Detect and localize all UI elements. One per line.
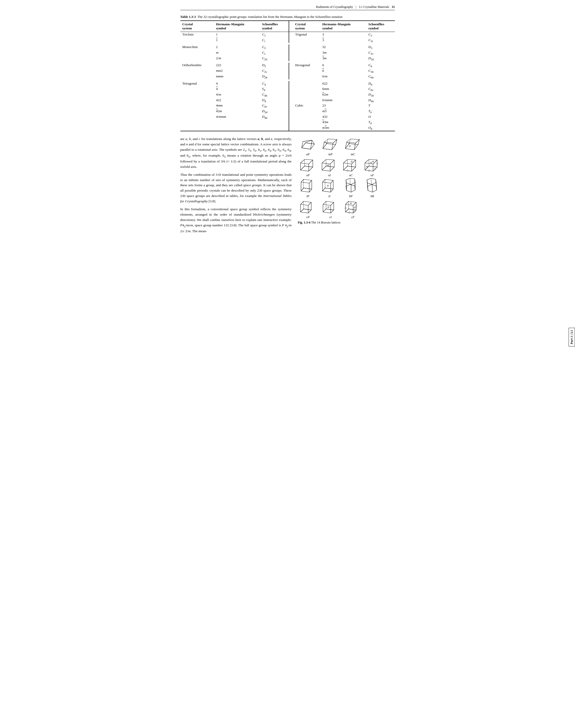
table-row: 4mm C4v Cubic 23 T xyxy=(180,103,395,109)
cell-hm2: 6mm xyxy=(320,86,366,92)
fig-hP: hP xyxy=(341,178,361,198)
svg-line-49 xyxy=(326,160,334,160)
svg-marker-7 xyxy=(323,144,336,150)
svg-line-74 xyxy=(369,160,377,160)
cell-system2: Hexagonal xyxy=(293,63,320,68)
col-header-sch-2: Schoenfliessymbol xyxy=(366,21,395,32)
cell-sch: D4h xyxy=(260,114,289,120)
fig-tP: tP xyxy=(298,178,318,198)
svg-point-30 xyxy=(354,144,356,145)
cell-hm: 222 xyxy=(214,63,260,68)
page-number: 31 xyxy=(392,5,395,9)
cell-hm: 4/m xyxy=(214,92,260,98)
cell-hm: 422 xyxy=(214,98,260,103)
svg-marker-54 xyxy=(343,166,356,171)
cell-hm: 2 xyxy=(214,44,260,50)
svg-line-150 xyxy=(345,204,353,205)
cell-sch: Ci xyxy=(260,38,289,43)
cell-sch2: C3 xyxy=(366,32,395,38)
svg-line-48 xyxy=(322,160,326,163)
fig-oP-label: oP xyxy=(306,173,310,177)
paragraph-1: are a, b, and c for translations along t… xyxy=(180,136,292,170)
fig-oP: oP xyxy=(298,158,318,177)
cell-system: Monoclinic xyxy=(180,44,214,50)
col-header-divider xyxy=(289,21,293,32)
cell-sch: C1 xyxy=(260,32,289,38)
cell-hm: 4 xyxy=(214,86,260,92)
fig-aP: aP xyxy=(298,136,318,156)
fig-oI-label: oI xyxy=(328,173,331,177)
paragraph-2: Thus the combination of 3-D translationa… xyxy=(180,172,292,204)
cell-sch: Cs xyxy=(260,50,289,56)
cell-hm: 2/m xyxy=(214,56,260,61)
cell-sch: D4 xyxy=(260,98,289,103)
cell-sch2: C6v xyxy=(366,86,395,92)
svg-marker-119 xyxy=(367,178,376,184)
table-caption-label: Table 1.3-3 xyxy=(180,15,196,19)
cell-sch2: D6 xyxy=(366,81,395,86)
table-row: 4 S4 6mm C6v xyxy=(180,86,395,92)
col-header-hm-2: Hermann–Mauguinsymbol xyxy=(320,21,366,32)
svg-line-102 xyxy=(325,179,333,180)
svg-point-158 xyxy=(354,207,355,208)
cell-sch: C2 xyxy=(260,44,289,50)
fig-cI-label: cI xyxy=(329,215,332,219)
table-row: 422 D4 6/mmm D6h xyxy=(180,98,395,103)
svg-line-91 xyxy=(303,179,312,180)
cell-sch2: D6h xyxy=(366,98,395,103)
table-caption-text: The 32 crystallographic point groups: tr… xyxy=(197,15,343,19)
svg-line-153 xyxy=(348,201,356,202)
cell-hm2: 6 xyxy=(320,63,366,68)
svg-marker-84 xyxy=(301,188,312,192)
svg-point-53 xyxy=(328,165,329,166)
svg-point-162 xyxy=(356,205,357,207)
col-header-crystal-system-2: Crystalsystem xyxy=(293,21,320,32)
svg-line-128 xyxy=(308,202,311,205)
cell-hm2: 3m xyxy=(320,50,366,56)
table-row: 42m D2d m3 Th xyxy=(180,109,395,114)
svg-line-141 xyxy=(326,201,334,202)
header-text: Rudiments of Crystallography | 3.1 Cryst… xyxy=(316,5,395,9)
cell-sch2: Th xyxy=(366,109,395,114)
fig-cF: cF xyxy=(343,199,363,219)
fig-hR: hR xyxy=(362,178,383,198)
cell-hm2: 6/mmm xyxy=(320,98,366,103)
cell-hm: 1 xyxy=(214,32,260,38)
cell-system: Orthorhombic xyxy=(180,63,214,68)
cell-system2: Trigonal xyxy=(293,32,320,38)
paragraph-3: In this formalism, a conventional space … xyxy=(180,207,292,234)
svg-line-101 xyxy=(323,179,325,182)
fig-cP: cP xyxy=(298,199,318,219)
fig-cP-label: cP xyxy=(306,215,310,219)
fig-caption-label: Fig. 1.3-6 xyxy=(298,221,311,224)
svg-point-29 xyxy=(349,145,350,147)
body-text: are a, b, and c for translations along t… xyxy=(180,136,292,237)
svg-line-127 xyxy=(300,204,308,205)
cell-sch2: D3 xyxy=(366,44,395,50)
svg-marker-42 xyxy=(322,166,334,171)
fig-tI: tI xyxy=(319,178,340,198)
svg-line-47 xyxy=(330,160,334,164)
svg-line-138 xyxy=(323,204,331,205)
svg-line-117 xyxy=(372,184,372,192)
cell-hm: 42m xyxy=(214,109,260,114)
table-caption: Table 1.3-3 The 32 crystallographic poin… xyxy=(180,15,395,19)
svg-marker-107 xyxy=(346,184,355,192)
fig-mC-label: mC xyxy=(351,152,355,156)
svg-marker-123 xyxy=(300,209,311,213)
svg-line-36 xyxy=(309,160,313,164)
table-row: 4/m C4h 62m D3h xyxy=(180,92,395,98)
svg-line-73 xyxy=(365,160,369,163)
fig-cI: cI xyxy=(320,199,341,219)
svg-line-121 xyxy=(371,178,371,184)
svg-line-38 xyxy=(304,160,313,160)
cell-system2: Cubic xyxy=(293,103,320,109)
svg-point-66 xyxy=(351,161,352,162)
cell-sch: C2v xyxy=(260,68,289,74)
fig-oF: oF xyxy=(362,158,383,177)
svg-line-151 xyxy=(353,202,356,205)
table-row: 1 Ci 3 C3i xyxy=(180,38,395,43)
fig-hP-label: hP xyxy=(349,195,352,198)
fig-mP: mP xyxy=(320,136,341,156)
svg-marker-95 xyxy=(323,188,333,192)
